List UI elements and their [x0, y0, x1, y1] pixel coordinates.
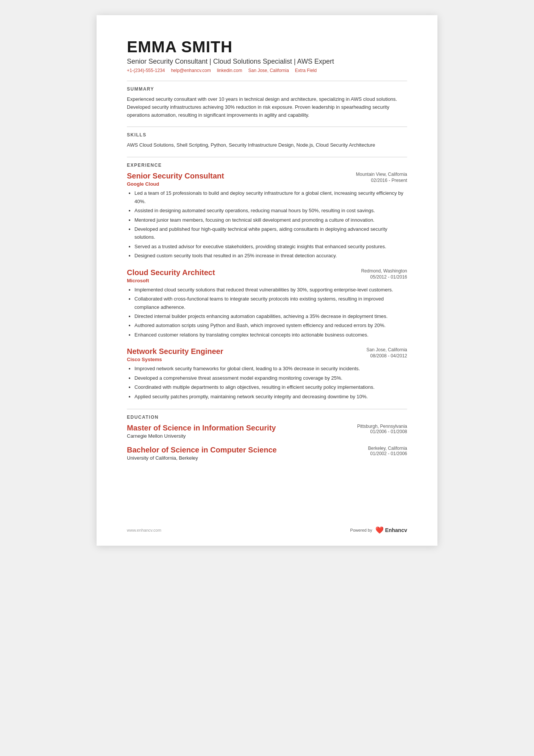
- skills-label: SKILLS: [127, 132, 407, 138]
- skills-text: AWS Cloud Solutions, Shell Scripting, Py…: [127, 141, 407, 149]
- footer: www.enhancv.com Powered by ❤️ Enhancv: [127, 526, 407, 534]
- enhancv-logo: ❤️ Enhancv: [375, 526, 407, 534]
- exp-bullets-3: Improved network security frameworks for…: [127, 365, 407, 401]
- education-divider: [127, 409, 407, 409]
- candidate-name: EMMA SMITH: [127, 38, 407, 56]
- edu-school-2: University of California, Berkeley: [127, 455, 277, 461]
- edu-location-2: Berkeley, California: [339, 446, 407, 451]
- edu-location-1: Pittsburgh, Pennsylvania: [339, 424, 407, 429]
- bullet-1-1: Led a team of 15 professionals to build …: [134, 189, 407, 205]
- summary-divider: [127, 81, 407, 81]
- summary-text: Experienced security consultant with ove…: [127, 95, 407, 119]
- exp-location-2: Redmond, Washington: [339, 268, 407, 274]
- contact-location: San Jose, California: [248, 68, 289, 73]
- exp-header-2: Cloud Security Architect Microsoft Redmo…: [127, 268, 407, 286]
- bullet-2-5: Enhanced customer relations by translati…: [134, 331, 407, 339]
- bullet-2-4: Authored automation scripts using Python…: [134, 321, 407, 329]
- exp-company-2: Microsoft: [127, 278, 215, 283]
- edu-degree-2: Bachelor of Science in Computer Science: [127, 446, 277, 454]
- exp-title-3: Network Security Engineer: [127, 347, 223, 356]
- exp-meta-2: Redmond, Washington 05/2012 - 01/2016: [339, 268, 407, 280]
- exp-date-2: 05/2012 - 01/2016: [339, 274, 407, 280]
- contact-extra: Extra Field: [295, 68, 317, 73]
- edu-left-1: Master of Science in Information Securit…: [127, 424, 276, 439]
- experience-entry-1: Senior Security Consultant Google Cloud …: [127, 172, 407, 260]
- skills-divider: [127, 127, 407, 127]
- exp-left-2: Cloud Security Architect Microsoft: [127, 268, 215, 286]
- edu-degree-1: Master of Science in Information Securit…: [127, 424, 276, 432]
- bullet-2-3: Directed internal builder projects enhan…: [134, 312, 407, 320]
- experience-divider: [127, 157, 407, 157]
- exp-header-3: Network Security Engineer Cisco Systems …: [127, 347, 407, 365]
- exp-title-1: Senior Security Consultant: [127, 172, 224, 180]
- edu-date-2: 01/2002 - 01/2006: [339, 451, 407, 456]
- edu-entry-2: Bachelor of Science in Computer Science …: [127, 446, 407, 461]
- bullet-3-4: Applied security patches promptly, maint…: [134, 393, 407, 401]
- exp-bullets-2: Implemented cloud security solutions tha…: [127, 286, 407, 339]
- summary-label: SUMMARY: [127, 86, 407, 92]
- exp-location-1: Mountain View, California: [339, 172, 407, 177]
- summary-section: SUMMARY Experienced security consultant …: [127, 86, 407, 119]
- bullet-1-6: Designed custom security tools that resu…: [134, 252, 407, 260]
- exp-bullets-1: Led a team of 15 professionals to build …: [127, 189, 407, 260]
- exp-left-1: Senior Security Consultant Google Cloud: [127, 172, 224, 189]
- experience-entry-3: Network Security Engineer Cisco Systems …: [127, 347, 407, 401]
- bullet-1-3: Mentored junior team members, focusing o…: [134, 216, 407, 224]
- experience-entry-2: Cloud Security Architect Microsoft Redmo…: [127, 268, 407, 339]
- exp-meta-3: San Jose, California 08/2008 - 04/2012: [339, 347, 407, 358]
- education-label: EDUCATION: [127, 415, 407, 420]
- experience-label: EXPERIENCE: [127, 163, 407, 168]
- exp-company-3: Cisco Systems: [127, 357, 223, 362]
- bullet-3-1: Improved network security frameworks for…: [134, 365, 407, 373]
- experience-section: EXPERIENCE Senior Security Consultant Go…: [127, 163, 407, 401]
- contact-linkedin: linkedin.com: [217, 68, 242, 73]
- edu-date-1: 01/2006 - 01/2008: [339, 429, 407, 434]
- header: EMMA SMITH Senior Security Consultant | …: [127, 38, 407, 73]
- exp-meta-1: Mountain View, California 02/2016 - Pres…: [339, 172, 407, 183]
- skills-section: SKILLS AWS Cloud Solutions, Shell Script…: [127, 132, 407, 149]
- edu-left-2: Bachelor of Science in Computer Science …: [127, 446, 277, 461]
- contact-phone: +1-(234)-555-1234: [127, 68, 165, 73]
- edu-school-1: Carnegie Mellon University: [127, 433, 276, 439]
- logo-text: Enhancv: [385, 527, 407, 533]
- resume-page: EMMA SMITH Senior Security Consultant | …: [97, 15, 437, 546]
- edu-meta-1: Pittsburgh, Pennsylvania 01/2006 - 01/20…: [339, 424, 407, 434]
- exp-date-1: 02/2016 - Present: [339, 178, 407, 183]
- bullet-3-3: Coordinated with multiple departments to…: [134, 383, 407, 391]
- edu-meta-2: Berkeley, California 01/2002 - 01/2006: [339, 446, 407, 456]
- contact-email: help@enhancv.com: [171, 68, 211, 73]
- bullet-1-4: Developed and published four high-qualit…: [134, 225, 407, 241]
- edu-entry-1: Master of Science in Information Securit…: [127, 424, 407, 439]
- candidate-title: Senior Security Consultant | Cloud Solut…: [127, 58, 407, 66]
- bullet-1-2: Assisted in designing automated security…: [134, 207, 407, 214]
- exp-title-2: Cloud Security Architect: [127, 268, 215, 277]
- bullet-2-1: Implemented cloud security solutions tha…: [134, 286, 407, 294]
- exp-company-1: Google Cloud: [127, 181, 224, 187]
- bullet-3-2: Developed a comprehensive threat assessm…: [134, 374, 407, 382]
- education-section: EDUCATION Master of Science in Informati…: [127, 415, 407, 461]
- bullet-1-5: Served as a trusted advisor for executiv…: [134, 243, 407, 250]
- exp-left-3: Network Security Engineer Cisco Systems: [127, 347, 223, 365]
- exp-header-1: Senior Security Consultant Google Cloud …: [127, 172, 407, 189]
- exp-date-3: 08/2008 - 04/2012: [339, 353, 407, 358]
- powered-by-text: Powered by: [350, 528, 372, 532]
- footer-website: www.enhancv.com: [127, 528, 161, 532]
- logo-icon: ❤️: [375, 526, 384, 534]
- bullet-2-2: Collaborated with cross-functional teams…: [134, 295, 407, 311]
- exp-location-3: San Jose, California: [339, 347, 407, 352]
- contact-info: +1-(234)-555-1234 help@enhancv.com linke…: [127, 68, 407, 73]
- footer-brand: Powered by ❤️ Enhancv: [350, 526, 407, 534]
